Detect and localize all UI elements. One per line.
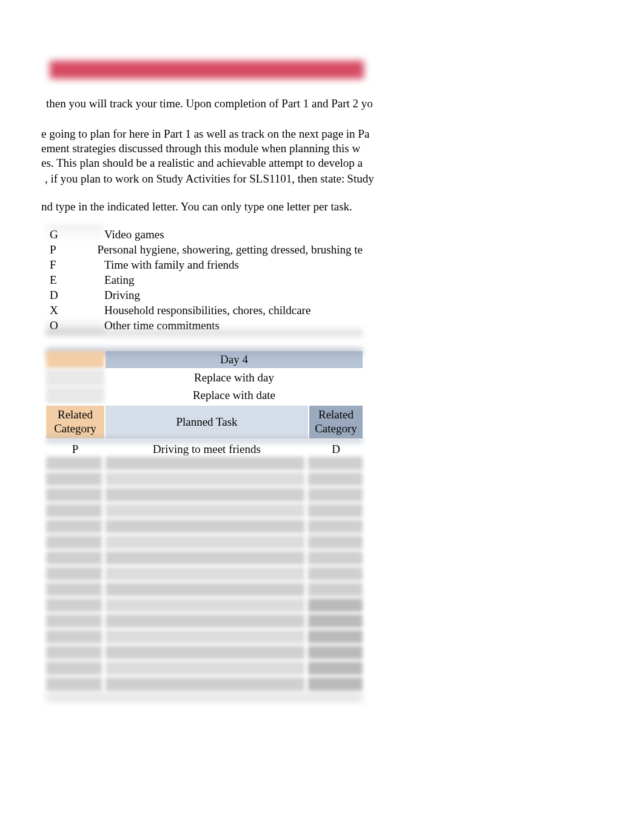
cell-redacted — [106, 551, 304, 565]
legend-description: Eating — [104, 273, 363, 287]
schedule-day-label: Day 4 — [104, 351, 363, 368]
legend-code: D — [46, 289, 104, 302]
cell-redacted — [106, 520, 304, 533]
cell-redacted — [46, 567, 102, 580]
table-row-redacted — [46, 472, 363, 486]
cell-redacted — [308, 520, 363, 533]
legend-description: Household responsibilities, chores, chil… — [104, 304, 363, 317]
cell-redacted — [106, 599, 304, 612]
cell-redacted — [46, 599, 102, 612]
cell-redacted — [46, 472, 102, 486]
table-row-redacted — [46, 662, 363, 675]
category-legend: GVideo gamesPPersonal hygiene, showering… — [46, 227, 363, 333]
instruction-line-5b: Study — [347, 172, 374, 185]
cell-redacted — [46, 677, 102, 691]
table-row-redacted — [46, 630, 363, 643]
instruction-line-1: then you will track your time. Upon comp… — [46, 97, 369, 110]
schedule-date-input[interactable]: Replace with date — [104, 387, 363, 403]
cell-redacted — [106, 567, 304, 580]
cell-redacted — [46, 583, 102, 596]
legend-row: XHousehold responsibilities, chores, chi… — [46, 303, 363, 318]
legend-row: DDriving — [46, 287, 363, 303]
legend-description: Other time commitments — [104, 319, 363, 332]
instruction-line-5a: , if you plan to work on Study Activitie… — [45, 172, 344, 185]
cell-related-category-left[interactable]: P — [46, 442, 104, 457]
table-row-redacted — [46, 599, 363, 612]
legend-description: Personal hygiene, showering, getting dre… — [98, 243, 363, 257]
schedule-date-row: Replace with date — [46, 387, 363, 403]
cell-redacted — [46, 488, 102, 501]
cell-redacted — [106, 488, 304, 501]
cell-redacted — [106, 630, 304, 643]
cell-redacted — [46, 504, 102, 517]
cell-redacted — [106, 583, 304, 596]
cell-redacted — [308, 599, 363, 612]
cell-redacted — [308, 551, 363, 565]
cell-redacted — [308, 488, 363, 501]
schedule-table: Day 4 Replace with day Replace with date… — [46, 351, 363, 702]
legend-row: EEating — [46, 272, 363, 287]
header-related-category-left: Related Category — [46, 406, 104, 438]
legend-row: FTime with family and friends — [46, 257, 363, 272]
table-row-redacted — [46, 677, 363, 691]
schedule-day-left-blank — [46, 351, 104, 368]
cell-redacted — [106, 614, 304, 628]
legend-row: OOther time commitments — [46, 318, 363, 333]
cell-redacted — [308, 630, 363, 643]
legend-description: Driving — [104, 289, 363, 302]
table-row-redacted — [46, 504, 363, 517]
cell-redacted — [308, 614, 363, 628]
instruction-line-4: es. This plan should be a realistic and … — [41, 156, 369, 170]
cell-redacted — [46, 520, 102, 533]
cell-redacted — [106, 535, 304, 549]
cell-redacted — [46, 646, 102, 659]
legend-code: G — [46, 228, 104, 241]
cell-redacted — [106, 662, 304, 675]
cell-planned-task[interactable]: Driving to meet friends — [104, 442, 308, 457]
cell-redacted — [308, 583, 363, 596]
legend-code: E — [46, 273, 104, 287]
table-row: PDriving to meet friendsD — [46, 442, 363, 457]
cell-redacted — [308, 535, 363, 549]
schedule-dayname-row: Replace with day — [46, 369, 363, 386]
cell-redacted — [106, 472, 304, 486]
cell-redacted — [46, 535, 102, 549]
instruction-line-3: ement strategies discussed through this … — [41, 142, 369, 155]
schedule-date-left-blank — [46, 387, 104, 403]
cell-redacted — [308, 472, 363, 486]
cell-redacted — [308, 567, 363, 580]
schedule-dayname-input[interactable]: Replace with day — [104, 369, 363, 386]
cell-redacted — [106, 646, 304, 659]
cell-redacted — [106, 504, 304, 517]
cell-redacted — [46, 662, 102, 675]
legend-row: PPersonal hygiene, showering, getting dr… — [46, 242, 363, 257]
legend-description: Video games — [104, 228, 363, 241]
schedule-day-row: Day 4 — [46, 351, 363, 368]
header-planned-task: Planned Task — [104, 406, 308, 438]
table-row-redacted — [46, 520, 363, 533]
header-related-category-right: Related Category — [308, 406, 363, 438]
legend-code: X — [46, 304, 104, 317]
schedule-column-headers: Related Category Planned Task Related Ca… — [46, 403, 363, 438]
cell-redacted — [308, 504, 363, 517]
table-row-redacted — [46, 551, 363, 565]
cell-related-category-right[interactable]: D — [308, 442, 363, 457]
cell-redacted — [46, 551, 102, 565]
table-row-redacted — [46, 614, 363, 628]
cell-redacted — [46, 457, 102, 470]
cell-redacted — [308, 457, 363, 470]
cell-redacted — [46, 630, 102, 643]
instruction-line-5: , if you plan to work on Study Activitie… — [45, 172, 369, 186]
cell-redacted — [308, 677, 363, 691]
legend-description: Time with family and friends — [104, 258, 363, 272]
table-row-redacted — [46, 567, 363, 580]
cell-redacted — [106, 457, 304, 470]
title-bar-redacted — [50, 61, 364, 79]
cell-redacted — [308, 662, 363, 675]
instruction-line-6: nd type in the indicated letter. You can… — [41, 200, 369, 213]
legend-code: O — [46, 319, 104, 332]
schedule-dayname-left-blank — [46, 369, 104, 386]
table-row-redacted — [46, 457, 363, 470]
table-row-redacted — [46, 646, 363, 659]
legend-row: GVideo games — [46, 227, 363, 242]
